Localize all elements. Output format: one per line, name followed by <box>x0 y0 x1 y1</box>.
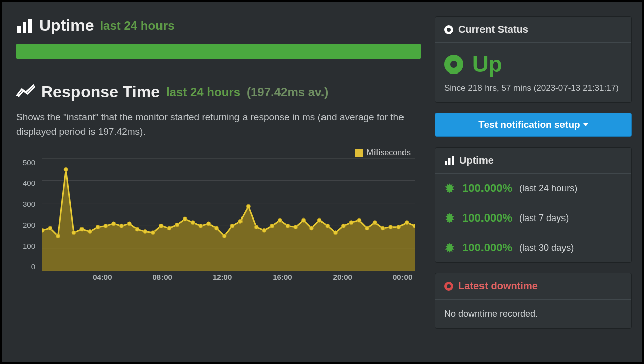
svg-point-17 <box>104 224 108 228</box>
status-row: Up <box>435 43 631 80</box>
svg-point-36 <box>254 225 258 229</box>
uptime-panel-head: Uptime <box>435 148 631 174</box>
svg-rect-57 <box>445 161 447 165</box>
svg-point-20 <box>127 222 131 226</box>
x-tick: 20:00 <box>333 273 352 281</box>
svg-rect-58 <box>448 158 451 165</box>
svg-point-49 <box>357 218 361 222</box>
response-title-text: Response Time <box>41 83 160 101</box>
y-tick: 400 <box>16 179 35 187</box>
svg-point-34 <box>238 219 243 223</box>
svg-point-30 <box>207 222 211 226</box>
svg-point-48 <box>349 221 353 225</box>
status-down-icon <box>444 282 453 291</box>
uptime-pct-label: (last 30 days) <box>519 243 574 253</box>
uptime-pct: 100.000% <box>462 241 512 254</box>
svg-point-32 <box>222 234 226 238</box>
svg-point-28 <box>191 221 195 225</box>
y-tick: 500 <box>16 158 35 167</box>
svg-point-31 <box>214 226 218 230</box>
svg-point-23 <box>151 231 155 235</box>
uptime-row: 100.000% (last 30 days) <box>435 233 631 262</box>
svg-point-19 <box>119 224 123 228</box>
svg-point-40 <box>286 224 290 228</box>
response-avg: (197.42ms av.) <box>247 85 328 99</box>
response-description: Shows the "instant" that the monitor sta… <box>16 110 419 139</box>
svg-point-54 <box>397 225 401 229</box>
uptime-pct: 100.000% <box>462 182 512 195</box>
caret-down-icon <box>583 123 588 126</box>
test-notification-label: Test notification setup <box>478 119 580 130</box>
svg-point-35 <box>246 204 250 208</box>
burst-icon <box>444 183 455 194</box>
svg-point-50 <box>365 226 369 230</box>
test-notification-button[interactable]: Test notification setup <box>435 113 632 137</box>
trend-icon <box>16 83 35 101</box>
burst-icon <box>444 242 455 253</box>
svg-point-26 <box>175 223 179 227</box>
x-tick: 04:00 <box>93 273 112 281</box>
uptime-subtitle: last 24 hours <box>100 19 174 33</box>
uptime-section-title: Uptime last 24 hours <box>16 16 421 35</box>
svg-point-52 <box>381 226 385 230</box>
svg-point-38 <box>270 224 274 228</box>
divider <box>16 68 421 68</box>
response-section-title: Response Time last 24 hours (197.42ms av… <box>16 83 421 101</box>
bars-icon <box>444 156 454 165</box>
svg-point-9 <box>42 228 44 232</box>
svg-point-56 <box>413 224 415 228</box>
legend-label: Milliseconds <box>367 148 411 157</box>
downtime-body: No downtime recorded. <box>435 300 631 328</box>
svg-point-51 <box>373 221 377 225</box>
svg-point-12 <box>64 167 68 171</box>
downtime-panel-head: Latest downtime <box>435 273 631 300</box>
svg-point-47 <box>341 224 345 228</box>
x-tick: 08:00 <box>153 273 172 281</box>
uptime-pct-label: (last 7 days) <box>519 213 569 224</box>
svg-point-15 <box>88 230 92 234</box>
y-tick: 100 <box>16 242 35 250</box>
current-status-panel: Current Status Up Since 218 hrs, 57 mins… <box>435 16 632 103</box>
svg-point-13 <box>72 231 76 235</box>
svg-rect-2 <box>28 19 32 33</box>
svg-point-16 <box>96 225 100 229</box>
bars-icon <box>16 19 33 33</box>
uptime-row: 100.000% (last 7 days) <box>435 203 631 233</box>
svg-rect-1 <box>23 22 26 33</box>
status-state: Up <box>472 52 502 77</box>
svg-point-21 <box>135 227 139 231</box>
y-tick: 300 <box>16 200 35 208</box>
y-tick: 200 <box>16 221 35 229</box>
uptime-pct: 100.000% <box>462 211 512 225</box>
svg-point-42 <box>302 218 306 222</box>
svg-point-22 <box>143 230 147 234</box>
svg-point-14 <box>80 227 84 231</box>
burst-icon <box>444 212 455 224</box>
chart-legend: Milliseconds <box>16 148 421 157</box>
x-tick: 16:00 <box>273 273 292 281</box>
svg-point-27 <box>183 217 187 221</box>
svg-point-53 <box>389 225 393 229</box>
x-tick: 12:00 <box>213 273 232 281</box>
x-tick: 00:00 <box>393 273 412 281</box>
downtime-panel: Latest downtime No downtime recorded. <box>435 273 632 329</box>
uptime-panel-head-text: Uptime <box>459 155 494 166</box>
uptime-panel: Uptime 100.000% (last 24 hours) 100.000%… <box>435 147 632 263</box>
svg-point-29 <box>199 224 203 228</box>
svg-point-11 <box>56 234 60 238</box>
uptime-title-text: Uptime <box>39 16 94 35</box>
svg-marker-60 <box>445 183 454 193</box>
current-status-head: Current Status <box>435 17 631 43</box>
svg-rect-59 <box>452 156 454 165</box>
downtime-head-text: Latest downtime <box>458 280 538 292</box>
legend-swatch <box>355 149 363 157</box>
current-status-head-text: Current Status <box>458 24 528 35</box>
uptime-pct-label: (last 24 hours) <box>519 183 577 194</box>
svg-point-41 <box>294 225 298 229</box>
svg-marker-61 <box>445 213 454 223</box>
response-chart: 5004003002001000 04:0008:0012:0016:0020:… <box>16 158 421 284</box>
svg-marker-62 <box>445 243 454 253</box>
svg-point-10 <box>48 226 52 230</box>
uptime-24h-bar <box>16 44 421 59</box>
svg-point-33 <box>230 224 234 228</box>
